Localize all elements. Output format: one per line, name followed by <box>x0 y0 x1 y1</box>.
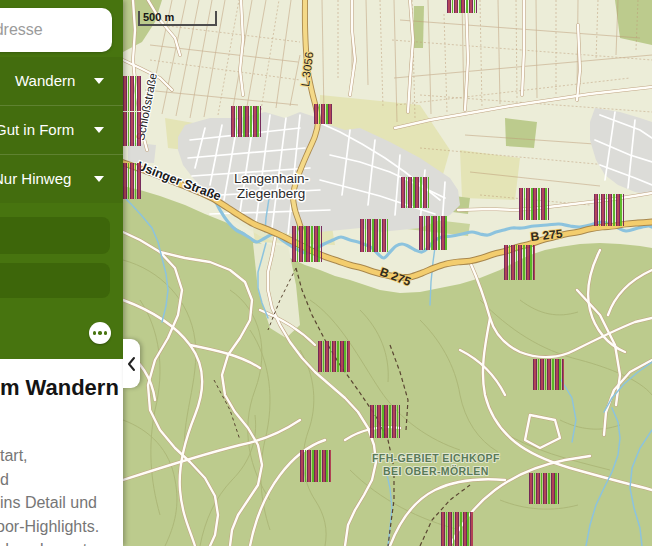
striped-marker[interactable] <box>123 76 142 111</box>
address-search-input[interactable] <box>0 8 112 52</box>
chevron-down-icon <box>94 127 104 133</box>
panel-heading: Zum Wandern <box>0 375 123 401</box>
striped-marker[interactable] <box>504 245 535 280</box>
scale-label: 500 m <box>143 11 174 23</box>
dropdown-activity[interactable]: Wandern <box>0 57 123 105</box>
striped-marker[interactable] <box>123 163 142 199</box>
sidebar: Wandern Gut in Form Nur Hinweg Zum Wande… <box>0 0 123 546</box>
paragraph-line: dann kannst <box>0 538 123 546</box>
striped-marker[interactable] <box>447 0 477 13</box>
paragraph-line: d <box>0 468 123 492</box>
filter-dropdowns: Wandern Gut in Form Nur Hinweg <box>0 57 123 203</box>
map-scale-control: 500 m <box>138 11 217 26</box>
dropdown-program[interactable]: Gut in Form <box>0 105 123 154</box>
striped-marker[interactable] <box>314 104 333 124</box>
paragraph-line: oor-Highlights. <box>0 515 123 539</box>
striped-marker[interactable] <box>123 112 142 146</box>
chevron-left-icon <box>126 353 137 375</box>
striped-marker[interactable] <box>594 194 624 226</box>
striped-marker[interactable] <box>533 359 564 390</box>
panel-paragraph: tart, d ins Detail und oor-Highlights. d… <box>0 444 123 546</box>
paragraph-line: ins Detail und <box>0 491 123 515</box>
app-window: Langenhain- Ziegenberg L 3056 Schloßstra… <box>0 0 652 546</box>
striped-marker[interactable] <box>231 106 261 137</box>
sidebar-action-button-1[interactable] <box>0 217 110 254</box>
more-options-button[interactable] <box>89 322 111 344</box>
area-label-line1: FFH-GEBIET EICHKOPF <box>372 452 500 464</box>
chevron-down-icon <box>94 176 104 182</box>
striped-marker[interactable] <box>292 226 322 262</box>
striped-marker[interactable] <box>370 405 400 438</box>
scale-bar <box>138 24 217 26</box>
striped-marker[interactable] <box>401 177 430 208</box>
sidebar-collapse-button[interactable] <box>123 339 140 388</box>
sidebar-action-button-2[interactable] <box>0 263 110 298</box>
striped-marker[interactable] <box>360 219 388 252</box>
striped-marker[interactable] <box>300 450 331 482</box>
striped-marker[interactable] <box>519 188 549 220</box>
ellipsis-icon <box>89 322 111 344</box>
dropdown-activity-label: Wandern <box>15 57 75 105</box>
area-label-line2: BEI OBER-MÖRLEN <box>383 465 489 477</box>
striped-marker[interactable] <box>419 216 447 250</box>
place-label-line2: Ziegenberg <box>237 186 305 201</box>
striped-marker[interactable] <box>529 473 559 504</box>
dropdown-route-label: Nur Hinweg <box>0 155 71 203</box>
striped-marker[interactable] <box>318 341 350 372</box>
place-label-line1: Langenhain- <box>234 171 309 186</box>
dropdown-route[interactable]: Nur Hinweg <box>0 154 123 203</box>
chevron-down-icon <box>94 78 104 84</box>
striped-marker[interactable] <box>441 512 473 546</box>
dropdown-program-label: Gut in Form <box>0 106 74 154</box>
paragraph-line: tart, <box>0 444 123 468</box>
